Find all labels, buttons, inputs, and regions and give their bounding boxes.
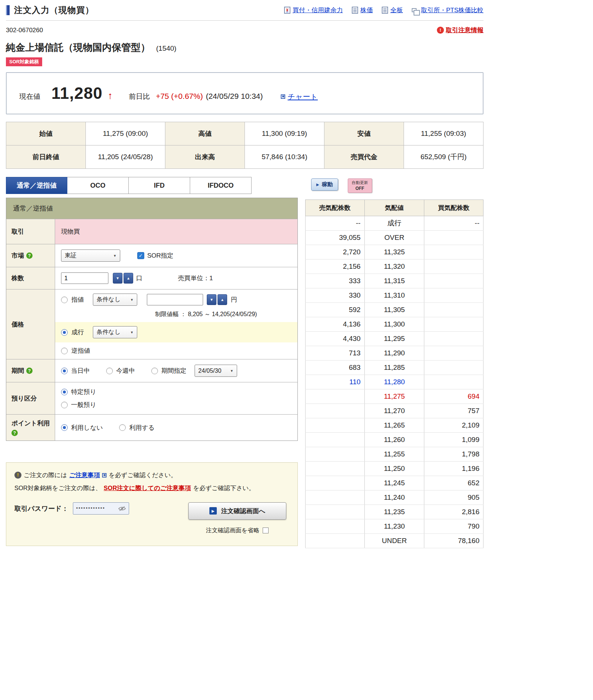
eye-off-icon[interactable] [118,506,126,511]
limit-condition-select[interactable]: 条件なし ▼ [93,294,137,306]
deposit-specific-radio[interactable] [61,389,68,395]
orderbook-buy-cell [424,317,484,332]
form-header: 通常／逆指値 [6,198,297,219]
top-bar: 注文入力（現物買） ¥ 買付・信用建余力 株価 全板 取引所・PTS株価比較 [6,4,484,21]
pts-compare-link-label: 取引所・PTS株価比較 [421,6,484,14]
price-limit-range-note: 制限値幅 ： 8,205 ～ 14,205(24/05/29) [55,310,297,322]
orderbook-sell-cell [306,505,365,519]
price-up-spinner[interactable]: ▲ [218,294,227,305]
check-icon: ✓ [139,253,143,258]
market-order-radio-label: 成行 [71,328,84,336]
skip-confirm-label: 注文確認画面を省略 [206,525,259,536]
chart-link[interactable]: チャート [281,92,318,102]
deposit-value: 特定預り 一般預り [55,382,297,414]
notice-line1-post: を必ずご確認ください。 [109,469,177,481]
stop-radio[interactable] [61,348,68,354]
volume-label: 出来高 [165,145,245,169]
sor-checkbox[interactable]: ✓ [137,252,144,259]
order-type-tabs: 通常／逆指値 OCO IFD IFDOCO [6,177,298,194]
quantity-row: 株数 ▼▲ 口 売買単位：1 [6,267,297,289]
title-accent-bar [6,5,10,15]
order-confirm-button[interactable]: ▶ 注文確認画面へ [188,502,286,520]
orderbook-buy-cell: 1,099 [424,433,484,447]
full-board-link-label: 全板 [390,6,403,14]
market-condition-select[interactable]: 条件なし ▼ [93,326,137,338]
period-today-label: 当日中 [71,366,90,375]
period-week-option: 今週中 [106,366,135,375]
ohlc-row: 前日終値 11,205 (24/05/28) 出来高 57,846 (10:34… [6,145,484,169]
orderbook-row: 59211,305 [306,303,484,317]
stock-price-link[interactable]: 株価 [352,6,373,14]
market-select[interactable]: 東証 ▼ [61,249,120,262]
help-icon[interactable]: ? [26,368,33,374]
help-icon[interactable]: ? [26,252,33,259]
period-date-select[interactable]: 24/05/30 ▼ [195,365,237,377]
orderbook-buy-cell [424,274,484,288]
deposit-label: 預り区分 [6,382,55,414]
low-label: 安値 [324,122,404,145]
orderbook-price-cell: 11,310 [364,288,424,303]
open-value: 11,275 (09:00) [85,122,165,145]
current-price-box: 現在値 11,280 ↑ 前日比 +75 (+0.67%) (24/05/29 … [6,72,484,114]
buying-power-link[interactable]: ¥ 買付・信用建余力 [284,6,343,14]
popup-window-icon [102,473,107,478]
points-yes-option: 利用する [119,423,155,432]
quantity-down-spinner[interactable]: ▼ [113,273,122,284]
price-down-spinner[interactable]: ▼ [207,294,216,305]
tab-normal-stop[interactable]: 通常／逆指値 [6,177,67,194]
period-custom-radio[interactable] [151,368,158,374]
high-label: 高値 [165,122,245,145]
order-book-table: 売気配株数 気配値 買気配株数 --成行--39,055OVER2,72011,… [305,200,484,548]
tab-oco[interactable]: OCO [67,177,129,194]
orderbook-buy-cell: 78,160 [424,534,484,548]
market-order-radio[interactable] [61,329,68,336]
orderbook-sell-cell [306,404,365,418]
orderbook-sell-cell: 4,136 [306,317,365,332]
orderbook-buy-cell: 2,109 [424,418,484,433]
limit-radio[interactable] [61,297,68,303]
board-controls: ▶ 稼動 自動更新 OFF [311,178,484,193]
password-label: 取引パスワード： [14,502,68,515]
orderbook-price-cell: 11,235 [364,505,424,519]
orderbook-sell-cell: 592 [306,303,365,317]
ohlc-table: 始値 11,275 (09:00) 高値 11,300 (09:19) 安値 1… [6,122,484,169]
password-field[interactable]: •••••••••••• [73,502,129,515]
quote-document-icon [352,7,358,14]
points-no-radio[interactable] [61,424,68,431]
orderbook-sell-cell: 110 [306,375,365,389]
orderbook-row: 33311,315 [306,274,484,288]
orderbook-buy-cell [424,375,484,389]
skip-confirm-line: 注文確認画面を省略 [206,525,269,536]
chevron-down-icon: ▼ [113,254,117,258]
tab-ifd[interactable]: IFD [129,177,190,194]
limit-price-input[interactable] [147,294,203,305]
period-today-radio[interactable] [61,368,68,374]
full-board-link[interactable]: 全板 [382,6,403,14]
tab-ifdoco[interactable]: IFDOCO [190,177,252,194]
popup-window-icon [281,94,285,99]
pts-compare-link[interactable]: 取引所・PTS株価比較 [412,6,484,14]
quantity-input[interactable] [61,272,108,284]
help-icon[interactable]: ? [11,430,18,436]
trade-warning-link[interactable]: ! 取引注意情報 [437,26,484,34]
stock-name: 純金上場信託（現物国内保管型） [6,41,150,54]
period-label: 期間 ? [6,359,55,382]
points-label: ポイント利用 ? [6,415,55,441]
run-button[interactable]: ▶ 稼動 [311,178,338,191]
chevron-down-icon: ▼ [130,298,134,302]
auto-update-off-button[interactable]: 自動更新 OFF [348,178,372,193]
sor-caution-link[interactable]: SOR注文に際してのご注意事項 [104,482,191,494]
orderbook-sell-cell [306,519,365,534]
quantity-up-spinner[interactable]: ▲ [124,273,133,284]
caution-link[interactable]: ご注意事項 [69,469,100,481]
prev-close-value: 11,205 (24/05/28) [85,145,165,169]
trade-row: 取引 現物買 [6,219,297,244]
skip-confirm-checkbox[interactable] [263,527,269,533]
orderbook-buy-cell: 2,816 [424,505,484,519]
period-week-radio[interactable] [106,368,113,374]
orderbook-row: 39,055OVER [306,231,484,245]
orderbook-buy-cell [424,259,484,274]
points-yes-radio[interactable] [119,424,126,431]
orderbook-sell-cell: 4,430 [306,332,365,346]
deposit-general-radio[interactable] [61,402,68,408]
